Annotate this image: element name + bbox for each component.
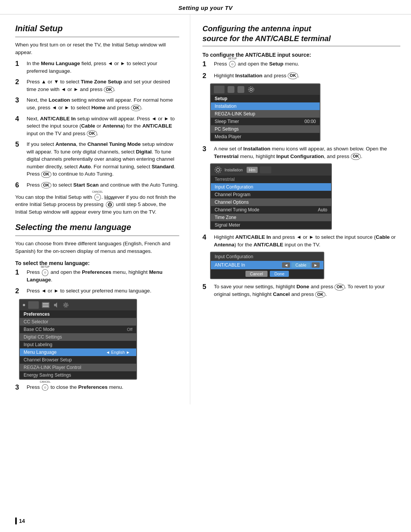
prefs-digital-cc: Digital CC Settings: [20, 333, 136, 341]
sound-icon: [53, 302, 59, 308]
ml-step-num-2: 2: [15, 287, 24, 296]
setup-icon2: [237, 86, 244, 93]
install-terrestrial-heading: Terrestrial: [211, 176, 331, 183]
prefs-regza-link: REGZA-LINK Player Control: [20, 364, 136, 371]
prefs-channel-browser: Channel Browser Setup: [20, 356, 136, 364]
menu-language-intro: You can choose from three different lang…: [15, 240, 179, 255]
tv-icon: [28, 301, 39, 309]
menu-language-title: Selecting the menu language: [15, 222, 179, 232]
r-step4-list: 4 Highlight ANT/CABLE In and press ◄ or …: [202, 233, 400, 248]
cable-value: Cable: [292, 262, 310, 268]
footer-bar: [15, 518, 17, 524]
setup-menu-screen: Setup Installation REGZA-LINK Setup Slee…: [210, 83, 320, 141]
installation-screen-header: Installation Hm: [211, 164, 331, 176]
right-section-title: Configuring the antenna input source for…: [202, 24, 400, 43]
ok-icon-r5b: OK: [315, 291, 325, 298]
prefs-input-labeling: Input Labeling: [20, 341, 136, 348]
setup-icon1: [228, 86, 234, 93]
r-step5-list: 5 To save your new settings, highlight D…: [202, 283, 400, 298]
setup-pc-settings: PC Settings: [211, 125, 320, 133]
initial-setup-intro: When you first turn on or reset the TV, …: [15, 41, 179, 56]
ml-step-text-2: Press ◄ or ► to select your preferred me…: [27, 287, 179, 295]
svg-rect-0: [43, 303, 49, 304]
ml-step3-list: 3 Press CANCEL ○ to close the Preference…: [15, 383, 179, 392]
setup-menu-heading: Setup: [211, 95, 320, 102]
r-step-5: 5 To save your new settings, highlight D…: [202, 283, 400, 298]
r-step-text-1: Press SETUP ○ and open the Setup menu.: [214, 60, 400, 68]
svg-point-5: [64, 303, 68, 307]
step-text-1: In the Menu Language field, press ◄ or ►…: [27, 60, 179, 75]
setup-icon-ml1: ○: [42, 269, 48, 276]
prefs-cc-selector: CC Selector: [20, 318, 136, 326]
svg-rect-2: [43, 306, 49, 307]
svg-point-9: [215, 167, 221, 173]
right-arrow-btn[interactable]: ►: [312, 262, 320, 268]
menu-language-steps: 1 Press SETUP ○ and open the Preferences…: [15, 268, 179, 295]
right-section-divider: [202, 46, 400, 46]
prefs-energy-saving: Energy Saving Settings: [20, 371, 136, 379]
section-divider-1: [15, 37, 179, 37]
r-step-num-4: 4: [202, 233, 212, 242]
r-step-text-3: A new set of Installation menu icons wil…: [214, 145, 400, 160]
ml-step-1: 1 Press SETUP ○ and open the Preferences…: [15, 268, 179, 283]
step-num-6: 6: [15, 181, 24, 190]
r-step-text-2: Highlight Installation and press OK.: [214, 72, 400, 80]
cancel-note: You can stop the Initial Setup with CANC…: [15, 193, 179, 216]
prefs-menu-language: Menu Language ◄ English ►: [20, 348, 136, 356]
menu-language-section: Selecting the menu language You can choo…: [15, 222, 179, 391]
installation-menu-items: Terrestrial Input Configuration Channel …: [211, 176, 331, 229]
install-gear-icon: [214, 166, 222, 174]
ok-icon-2: OK: [104, 86, 114, 93]
main-content: Initial Setup When you first turn on or …: [0, 14, 411, 404]
r-step-num-3: 3: [202, 145, 212, 153]
r-step-num-5: 5: [202, 283, 212, 291]
ok-icon-r5: OK: [335, 284, 345, 290]
prefs-menu-items: Preferences CC Selector Base CC Mode Off…: [20, 310, 136, 379]
ok-icon-4: OK: [87, 130, 97, 137]
step-num-4: 4: [15, 115, 24, 123]
setup-regza-link: REGZA-LINK Setup: [211, 110, 320, 118]
ml-step-num-1: 1: [15, 268, 24, 277]
input-config-buttons: Cancel Done: [211, 269, 323, 278]
ml-step-text-3: Press CANCEL ○ to close the Preferences …: [27, 383, 179, 391]
step-text-3: Next, the Location setting window will a…: [27, 96, 179, 111]
ml-step-2: 2 Press ◄ or ► to select your preferred …: [15, 287, 179, 296]
cancel-button-screen[interactable]: Cancel: [245, 271, 268, 277]
left-column: Initial Setup When you first turn on or …: [0, 14, 190, 404]
done-button-screen[interactable]: Done: [270, 271, 289, 277]
step-text-5: If you select Antenna, the Channel Tunin…: [27, 141, 179, 178]
input-config-screen: Input Configuration ANT/CABLE In ◄ Cable…: [210, 252, 324, 279]
setup-media-player: Media Player: [211, 133, 320, 141]
settings-icon: [62, 302, 69, 308]
prefs-heading: Preferences: [20, 310, 136, 318]
page-number: 14: [19, 518, 25, 524]
install-signal-meter: Signal Meter: [211, 221, 331, 229]
left-arrow-btn[interactable]: ◄: [282, 262, 290, 268]
r-step-num-1: 1: [202, 60, 212, 69]
step-1: 1 In the Menu Language field, press ◄ or…: [15, 60, 179, 75]
setup-tv-icon: [214, 86, 225, 93]
r-step-text-4: Highlight ANT/CABLE In and press ◄ or ► …: [214, 233, 400, 248]
installation-screen: Installation Hm Terrestrial Input Config…: [210, 163, 332, 230]
right-steps: 1 Press SETUP ○ and open the Setup menu.…: [202, 60, 400, 80]
right-column: Configuring the antenna input source for…: [190, 14, 411, 404]
preferences-screen: Preferences CC Selector Base CC Mode Off…: [19, 299, 137, 380]
step-num-3: 3: [15, 96, 24, 105]
install-channel-options: Channel Options: [211, 198, 331, 206]
page-header: Setting up your TV: [0, 0, 411, 14]
setup-menu-items: Setup Installation REGZA-LINK Setup Slee…: [211, 95, 320, 141]
prefs-base-cc-mode: Base CC Mode Off: [20, 326, 136, 333]
install-channel-tuning: Channel Tuning Mode Auto: [211, 206, 331, 214]
svg-point-4: [65, 304, 67, 306]
step-num-2: 2: [15, 78, 24, 86]
initial-setup-steps: 1 In the Menu Language field, press ◄ or…: [15, 60, 179, 189]
step-text-2: Press ▲ or ▼ to select Time Zone Setup a…: [27, 78, 179, 93]
ok-icon-r2: OK: [288, 72, 298, 79]
svg-marker-3: [54, 302, 57, 308]
ml-step-3: 3 Press CANCEL ○ to close the Preference…: [15, 383, 179, 392]
step-num-5: 5: [15, 141, 24, 149]
install-tab-label: Installation: [225, 168, 243, 172]
initial-setup-title: Initial Setup: [15, 24, 179, 34]
page-footer: 14: [15, 518, 25, 524]
step-6: 6 Press OK to select Start Scan and cont…: [15, 181, 179, 190]
